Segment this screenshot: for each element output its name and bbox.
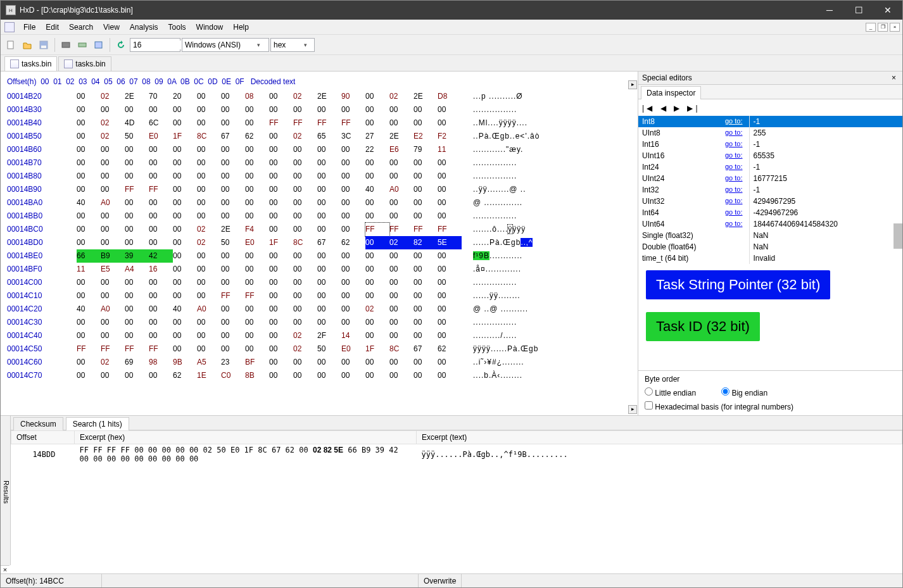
goto-link[interactable]: go to: bbox=[725, 208, 745, 216]
goto-link[interactable]: go to: bbox=[725, 151, 745, 159]
scrollbar-thumb[interactable] bbox=[894, 223, 902, 249]
panel-collapse-button-2[interactable]: ▸ bbox=[628, 405, 637, 414]
ram-button[interactable] bbox=[75, 37, 90, 53]
byte-order-label: Byte order bbox=[645, 375, 896, 384]
mdi-close-button[interactable]: × bbox=[890, 23, 900, 32]
process-button[interactable] bbox=[91, 37, 106, 53]
goto-link[interactable]: go to: bbox=[725, 163, 745, 170]
menu-search[interactable]: Search bbox=[64, 21, 98, 34]
last-button[interactable]: ▶| bbox=[687, 104, 700, 113]
special-editors-panel: ▸ Special editors× Data inspector |◀ ◀ ▶… bbox=[638, 72, 902, 415]
disk-button[interactable] bbox=[58, 37, 73, 53]
menu-file[interactable]: File bbox=[18, 21, 41, 34]
search-results-grid[interactable]: Offset Excerpt (hex) Excerpt (text) 14BD… bbox=[11, 430, 902, 573]
file-icon bbox=[10, 59, 19, 68]
bytes-per-row-combo[interactable]: ▾ bbox=[130, 38, 180, 52]
radio-little-endian[interactable]: Little endian bbox=[645, 387, 696, 397]
hex-header: Offset(h) 00 01 02 03 04 05 06 07 08 09 … bbox=[7, 75, 631, 89]
goto-link[interactable]: go to: bbox=[725, 174, 745, 182]
inspector-row-int16[interactable]: Int16go to:-1 bbox=[638, 139, 902, 150]
col-offset[interactable]: Offset bbox=[11, 431, 75, 444]
toolbar: ▾ ▾ ▾ bbox=[1, 35, 902, 55]
tab-search[interactable]: Search (1 hits) bbox=[66, 417, 129, 430]
annotation-task-id: Task ID (32 bit) bbox=[646, 312, 760, 341]
goto-link[interactable]: go to: bbox=[725, 185, 745, 193]
mdi-min-button[interactable]: _ bbox=[866, 23, 876, 32]
col-excerpt-hex[interactable]: Excerpt (hex) bbox=[75, 431, 417, 444]
goto-link[interactable]: go to: bbox=[725, 128, 745, 136]
checkbox-hex-basis[interactable]: Hexadecimal basis (for integral numbers) bbox=[645, 401, 896, 411]
svg-rect-5 bbox=[95, 42, 102, 48]
panel-collapse-button[interactable]: ▸ bbox=[628, 80, 637, 89]
tab-checksum[interactable]: Checksum bbox=[13, 417, 63, 430]
svg-rect-0 bbox=[8, 41, 13, 49]
encoding-input[interactable] bbox=[184, 41, 253, 49]
annotation-task-string-pointer: Task String Pointer (32 bit) bbox=[646, 270, 830, 299]
inspector-row-uint24[interactable]: UInt24go to:16777215 bbox=[638, 173, 902, 184]
menu-analysis[interactable]: Analysis bbox=[125, 21, 163, 34]
base-input[interactable] bbox=[272, 41, 300, 49]
goto-link[interactable]: go to: bbox=[725, 117, 745, 125]
col-excerpt-text[interactable]: Excerpt (text) bbox=[417, 431, 902, 444]
tab-tasks-bin-2[interactable]: tasks.bin bbox=[58, 56, 111, 71]
goto-link[interactable]: go to: bbox=[725, 140, 745, 147]
inspector-row-int32[interactable]: Int32go to:-1 bbox=[638, 184, 902, 196]
minimize-button[interactable]: ─ bbox=[815, 1, 844, 20]
window-title: HxD - [D:\crap\big3\dc1\tasks.bin] bbox=[20, 6, 815, 15]
next-button[interactable]: ▶ bbox=[674, 104, 682, 113]
menu-view[interactable]: View bbox=[98, 21, 125, 34]
menu-window[interactable]: Window bbox=[191, 21, 229, 34]
menu-help[interactable]: Help bbox=[228, 21, 254, 34]
new-button[interactable] bbox=[3, 37, 18, 53]
svg-rect-2 bbox=[41, 46, 46, 48]
status-mode: Overwrite bbox=[419, 574, 462, 587]
inspector-row-double-float64-[interactable]: Double (float64)NaN bbox=[638, 241, 902, 253]
first-button[interactable]: |◀ bbox=[642, 104, 655, 113]
results-close-button[interactable]: × bbox=[1, 565, 9, 573]
mdi-restore-button[interactable]: ❐ bbox=[878, 23, 888, 32]
inspector-row-time-t-64-bit-[interactable]: time_t (64 bit)Invalid bbox=[638, 253, 902, 264]
panel-title: Special editors bbox=[642, 73, 692, 82]
chevron-down-icon[interactable]: ▾ bbox=[300, 42, 310, 48]
search-result-row[interactable]: 14BDD FF FF FF FF 00 00 00 00 00 02 50 E… bbox=[11, 444, 902, 465]
hex-editor[interactable]: Offset(h) 00 01 02 03 04 05 06 07 08 09 … bbox=[1, 72, 638, 415]
data-inspector-table: Int8go to:-1UInt8go to:255Int16go to:-1U… bbox=[638, 116, 902, 264]
tab-tasks-bin-1[interactable]: tasks.bin bbox=[4, 56, 57, 71]
open-button[interactable] bbox=[20, 37, 35, 53]
encoding-combo[interactable]: ▾ bbox=[182, 38, 269, 52]
goto-link[interactable]: go to: bbox=[725, 220, 745, 227]
document-tabs: tasks.bin tasks.bin bbox=[1, 55, 902, 72]
status-offset: Offset(h): 14BCC bbox=[1, 574, 102, 587]
chevron-down-icon[interactable]: ▾ bbox=[253, 42, 263, 48]
inspector-row-uint8[interactable]: UInt8go to:255 bbox=[638, 127, 902, 139]
close-button[interactable]: ✕ bbox=[873, 1, 902, 20]
titlebar: H HxD - [D:\crap\big3\dc1\tasks.bin] ─ ☐… bbox=[1, 1, 902, 20]
inspector-row-single-float32-[interactable]: Single (float32)NaN bbox=[638, 230, 902, 241]
inspector-row-uint16[interactable]: UInt16go to:65535 bbox=[638, 150, 902, 161]
menu-edit[interactable]: Edit bbox=[41, 21, 64, 34]
goto-link[interactable]: go to: bbox=[725, 197, 745, 204]
inspector-row-uint32[interactable]: UInt32go to:4294967295 bbox=[638, 196, 902, 207]
prev-button[interactable]: ◀ bbox=[660, 104, 669, 113]
refresh-button[interactable] bbox=[113, 37, 129, 53]
tab-data-inspector[interactable]: Data inspector bbox=[641, 86, 701, 99]
inspector-row-int24[interactable]: Int24go to:-1 bbox=[638, 161, 902, 173]
radio-big-endian[interactable]: Big endian bbox=[721, 387, 767, 397]
status-bar: Offset(h): 14BCC Overwrite bbox=[1, 573, 902, 587]
file-icon bbox=[64, 59, 73, 68]
svg-rect-3 bbox=[62, 42, 70, 47]
inspector-row-int64[interactable]: Int64go to:-4294967296 bbox=[638, 207, 902, 218]
menu-tools[interactable]: Tools bbox=[163, 21, 191, 34]
save-button[interactable] bbox=[36, 37, 51, 53]
svg-rect-4 bbox=[79, 43, 86, 47]
inspector-row-int8[interactable]: Int8go to:-1 bbox=[638, 116, 902, 127]
panel-close-button[interactable]: × bbox=[889, 73, 899, 82]
maximize-button[interactable]: ☐ bbox=[844, 1, 873, 20]
inspector-row-uint64[interactable]: UInt64go to:18446744069414584320 bbox=[638, 218, 902, 230]
inspector-nav: |◀ ◀ ▶ ▶| bbox=[638, 99, 902, 116]
base-combo[interactable]: ▾ bbox=[270, 38, 315, 52]
menubar: FileEditSearchViewAnalysisToolsWindowHel… bbox=[1, 20, 902, 35]
app-icon: H bbox=[6, 5, 16, 15]
doc-icon bbox=[4, 22, 15, 32]
results-sidebar-label[interactable]: Results bbox=[1, 416, 11, 565]
